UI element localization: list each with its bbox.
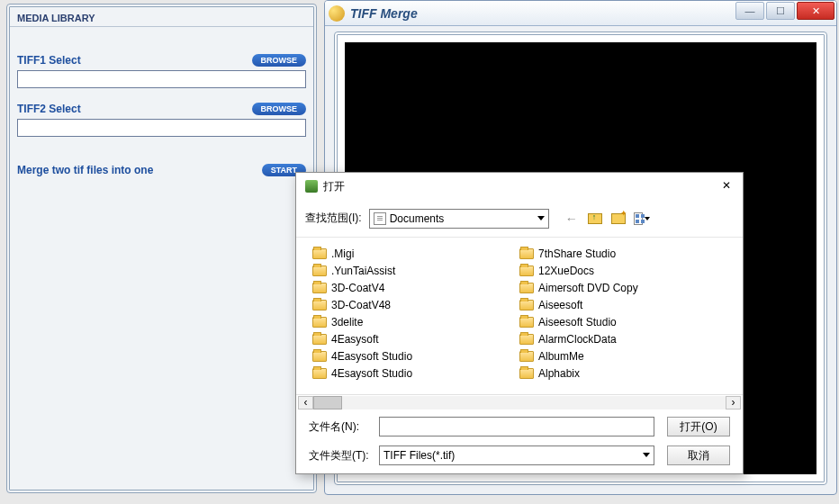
list-item-label: Aimersoft DVD Copy	[538, 282, 638, 294]
list-item-label: 3D-CoatV4	[331, 282, 384, 294]
chevron-down-icon	[643, 453, 650, 457]
folder-up-icon	[588, 213, 602, 224]
list-item[interactable]: AlbumMe	[519, 347, 726, 364]
filetype-dropdown[interactable]: TIFF Files(*.tif)	[379, 446, 654, 465]
folder-icon	[312, 283, 327, 293]
tiff2-row: TIFF2 Select BROWSE	[10, 103, 313, 137]
folder-icon	[519, 266, 534, 276]
list-item[interactable]: 7thShare Studio	[519, 245, 726, 262]
merge-row: Merge two tif files into one START	[10, 164, 313, 176]
list-item[interactable]: Aimersoft DVD Copy	[519, 279, 726, 296]
list-item[interactable]: 12XueDocs	[519, 262, 726, 279]
folder-icon	[519, 317, 534, 328]
list-item[interactable]: 3delite	[312, 313, 519, 330]
folder-icon	[312, 300, 327, 310]
folder-icon	[312, 248, 327, 259]
folder-new-icon	[611, 213, 626, 224]
dialog-icon	[305, 180, 318, 193]
folder-icon	[519, 334, 534, 345]
list-item-label: 4Esaysoft Studio	[331, 367, 412, 380]
list-item-label: 3delite	[331, 316, 363, 328]
tiff1-browse-button[interactable]: BROWSE	[252, 54, 307, 67]
new-folder-button[interactable]	[610, 211, 627, 227]
list-item-label: Aiseesoft	[538, 299, 582, 311]
filetype-value: TIFF Files(*.tif)	[383, 449, 455, 462]
list-item-label: .Migi	[331, 248, 354, 260]
list-item-label: Aiseesoft Studio	[538, 316, 617, 328]
window-title-bar[interactable]: TIFF Merge — ☐ ✕	[325, 1, 836, 26]
scroll-track[interactable]	[313, 396, 726, 410]
filename-label: 文件名(N):	[309, 419, 379, 435]
view-grid-icon	[634, 212, 643, 225]
chevron-down-icon	[645, 217, 650, 220]
list-item[interactable]: Aiseesoft	[519, 296, 726, 313]
tiff2-input[interactable]	[17, 119, 306, 137]
view-menu-button[interactable]	[634, 211, 650, 227]
look-in-value: Documents	[390, 212, 445, 225]
scroll-right-button[interactable]: ›	[726, 396, 741, 410]
tiff1-label: TIFF1 Select	[17, 54, 81, 67]
folder-icon	[519, 283, 534, 293]
list-item-label: 3D-CoatV48	[331, 299, 391, 311]
dialog-toolbar: 查找范围(I): Documents ←	[296, 200, 743, 238]
list-item-label: 7thShare Studio	[538, 248, 616, 260]
folder-icon	[519, 368, 534, 379]
list-item[interactable]: .YunTaiAssist	[312, 262, 519, 279]
scroll-thumb[interactable]	[313, 396, 342, 410]
maximize-button[interactable]: ☐	[766, 2, 795, 20]
back-arrow-icon: ←	[565, 212, 578, 226]
cancel-button[interactable]: 取消	[667, 446, 730, 465]
list-item-label: 12XueDocs	[538, 265, 594, 277]
merge-label: Merge two tif files into one	[17, 164, 153, 176]
file-open-dialog: 打开 ✕ 查找范围(I): Documents ← .Migi.YunTaiAs…	[295, 172, 744, 474]
open-button[interactable]: 打开(O)	[667, 417, 730, 436]
tiff1-row: TIFF1 Select BROWSE	[10, 54, 313, 88]
list-item[interactable]: 4Esaysoft Studio	[312, 364, 519, 382]
tiff1-input[interactable]	[17, 70, 306, 88]
tiff2-label: TIFF2 Select	[17, 103, 81, 115]
filetype-label: 文件类型(T):	[309, 448, 379, 464]
list-item[interactable]: 3D-CoatV48	[312, 296, 519, 313]
dialog-title-bar[interactable]: 打开 ✕	[296, 173, 743, 200]
chevron-down-icon	[537, 216, 545, 220]
folder-icon	[312, 317, 327, 328]
list-item[interactable]: 4Easysoft Studio	[312, 347, 519, 364]
list-item-label: .YunTaiAssist	[331, 265, 395, 277]
up-one-level-button[interactable]	[587, 211, 603, 227]
app-icon	[329, 5, 345, 22]
media-library-panel: MEDIA LIBRARY TIFF1 Select BROWSE TIFF2 …	[6, 4, 317, 493]
folder-icon	[519, 351, 534, 362]
dialog-title: 打开	[323, 179, 345, 194]
media-library-header: MEDIA LIBRARY	[10, 7, 313, 27]
close-button[interactable]: ✕	[797, 2, 834, 20]
list-item[interactable]: Alphabix	[519, 364, 726, 382]
filename-input[interactable]	[379, 417, 654, 436]
list-item-label: AlbumMe	[538, 350, 584, 363]
file-list: .Migi.YunTaiAssist3D-CoatV43D-CoatV483de…	[296, 238, 743, 394]
list-item[interactable]: 3D-CoatV4	[312, 279, 519, 296]
dialog-close-button[interactable]: ✕	[719, 179, 734, 194]
dialog-bottom: 文件名(N): 打开(O) 文件类型(T): TIFF Files(*.tif)…	[296, 410, 743, 482]
folder-icon	[519, 300, 534, 310]
scroll-left-button[interactable]: ‹	[298, 396, 313, 410]
folder-icon	[312, 368, 327, 379]
minimize-button[interactable]: —	[735, 2, 764, 20]
list-item[interactable]: AlarmClockData	[519, 330, 726, 347]
tiff2-browse-button[interactable]: BROWSE	[252, 103, 307, 115]
list-item[interactable]: 4Easysoft	[312, 330, 519, 347]
list-item-label: 4Easysoft Studio	[331, 350, 412, 363]
list-item[interactable]: .Migi	[312, 245, 519, 262]
look-in-label: 查找范围(I):	[305, 211, 362, 226]
window-title-text: TIFF Merge	[350, 6, 418, 21]
back-button[interactable]: ←	[564, 211, 580, 227]
documents-icon	[374, 212, 386, 225]
list-item[interactable]: Aiseesoft Studio	[519, 313, 726, 330]
folder-icon	[519, 248, 534, 259]
folder-icon	[312, 351, 327, 362]
look-in-dropdown[interactable]: Documents	[369, 209, 549, 229]
horizontal-scrollbar[interactable]: ‹ ›	[296, 394, 743, 410]
folder-icon	[312, 334, 327, 345]
folder-icon	[312, 266, 327, 276]
window-controls: — ☐ ✕	[735, 2, 834, 20]
list-item-label: 4Easysoft	[331, 333, 379, 346]
